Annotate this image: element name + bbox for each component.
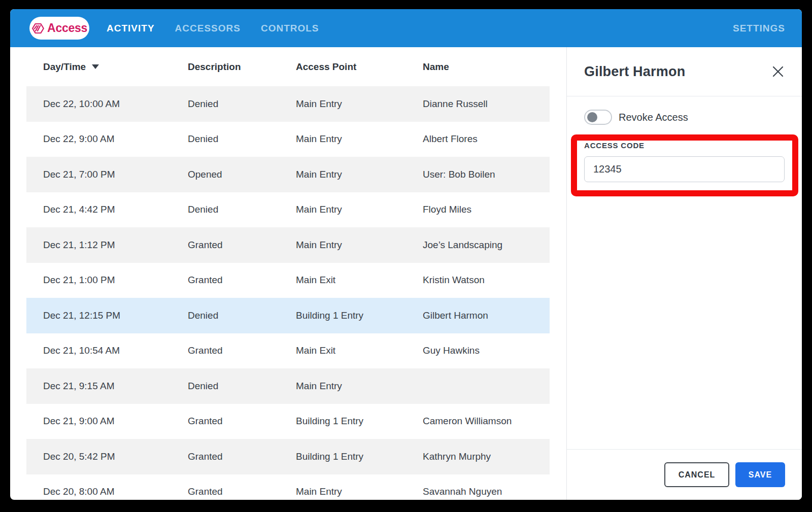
table-row[interactable]: Dec 20, 5:42 PMGrantedBuilding 1 EntryKa… — [26, 439, 550, 474]
cell-name: Albert Flores — [423, 133, 550, 145]
cell-access-point: Main Entry — [296, 133, 423, 145]
cell-name: User: Bob Boilen — [423, 169, 550, 180]
cell-access-point: Main Exit — [296, 345, 423, 356]
table-row[interactable]: Dec 21, 4:42 PMDeniedMain EntryFloyd Mil… — [26, 192, 550, 228]
tab-controls[interactable]: CONTROLS — [261, 23, 319, 34]
column-header-description[interactable]: Description — [188, 61, 296, 73]
cancel-button[interactable]: CANCEL — [664, 462, 729, 487]
table-row[interactable]: Dec 21, 9:15 AMDeniedMain Entry — [26, 368, 550, 404]
detail-panel: Gilbert Harmon Revoke Access ACCESS CODE — [566, 47, 802, 500]
table-row[interactable]: Dec 21, 7:00 PMOpenedMain EntryUser: Bob… — [26, 157, 550, 192]
cell-time: Dec 21, 9:00 AM — [43, 416, 188, 427]
table-row[interactable]: Dec 21, 10:54 AMGrantedMain ExitGuy Hawk… — [26, 333, 550, 369]
toggle-knob — [587, 112, 597, 122]
cell-description: Denied — [188, 98, 296, 110]
cell-name: Gilbert Harmon — [423, 310, 550, 321]
cell-name: Savannah Nguyen — [423, 486, 550, 497]
table-row[interactable]: Dec 21, 9:00 AMGrantedBuilding 1 EntryCa… — [26, 404, 550, 439]
cell-time: Dec 21, 1:00 PM — [43, 275, 188, 286]
cell-name: Dianne Russell — [423, 98, 550, 110]
cell-description: Denied — [188, 381, 296, 392]
table-row[interactable]: Dec 22, 10:00 AMDeniedMain EntryDianne R… — [26, 86, 550, 122]
nav-settings-link[interactable]: SETTINGS — [733, 23, 785, 34]
cell-time: Dec 20, 5:42 PM — [43, 451, 188, 462]
detail-panel-footer: CANCEL SAVE — [567, 449, 802, 500]
cell-description: Granted — [188, 240, 296, 251]
cell-access-point: Main Entry — [296, 486, 423, 497]
cell-access-point: Main Entry — [296, 204, 423, 215]
nav-tabs: ACTIVITY ACCESSORS CONTROLS — [107, 23, 319, 34]
cell-time: Dec 21, 1:12 PM — [43, 240, 188, 251]
main-content: Day/Time Description Access Point Name D… — [10, 47, 802, 500]
brand-logo[interactable]: Access — [29, 17, 89, 40]
app-window: Access ACTIVITY ACCESSORS CONTROLS SETTI… — [10, 9, 802, 500]
save-button[interactable]: SAVE — [735, 462, 785, 487]
cell-description: Denied — [188, 204, 296, 215]
activity-table: Day/Time Description Access Point Name D… — [26, 47, 550, 500]
cell-name: Floyd Miles — [423, 204, 550, 215]
cell-description: Granted — [188, 416, 296, 427]
cell-access-point: Main Entry — [296, 381, 423, 392]
table-row[interactable]: Dec 22, 9:00 AMDeniedMain EntryAlbert Fl… — [26, 122, 550, 157]
cell-description: Granted — [188, 486, 296, 497]
cell-access-point: Main Exit — [296, 275, 423, 286]
activity-table-area: Day/Time Description Access Point Name D… — [10, 47, 566, 500]
close-panel-button[interactable] — [771, 65, 785, 78]
revoke-access-toggle[interactable] — [584, 110, 612, 125]
tab-accessors[interactable]: ACCESSORS — [175, 23, 241, 34]
table-header-row: Day/Time Description Access Point Name — [26, 47, 550, 86]
cell-name: Cameron Williamson — [423, 416, 550, 427]
cell-time: Dec 21, 4:42 PM — [43, 204, 188, 215]
cell-time: Dec 22, 10:00 AM — [43, 98, 188, 110]
cell-access-point: Main Entry — [296, 98, 423, 110]
cell-access-point: Main Entry — [296, 169, 423, 180]
column-header-name[interactable]: Name — [423, 61, 550, 73]
detail-panel-header: Gilbert Harmon — [567, 47, 802, 96]
cell-description: Denied — [188, 310, 296, 321]
panel-title: Gilbert Harmon — [584, 64, 685, 80]
table-row[interactable]: Dec 21, 1:12 PMGrantedMain EntryJoe’s La… — [26, 227, 550, 263]
column-header-access-point[interactable]: Access Point — [296, 61, 423, 73]
cell-time: Dec 21, 12:15 PM — [43, 310, 188, 321]
detail-panel-body: Revoke Access ACCESS CODE — [567, 110, 802, 182]
cell-time: Dec 21, 10:54 AM — [43, 345, 188, 356]
revoke-access-label: Revoke Access — [619, 112, 688, 123]
cell-description: Granted — [188, 345, 296, 356]
cell-description: Opened — [188, 169, 296, 180]
cell-access-point: Building 1 Entry — [296, 416, 423, 427]
top-navbar: Access ACTIVITY ACCESSORS CONTROLS SETTI… — [10, 9, 802, 47]
table-row[interactable]: Dec 20, 8:00 AMGrantedMain EntrySavannah… — [26, 474, 550, 500]
table-row[interactable]: Dec 21, 12:15 PMDeniedBuilding 1 EntryGi… — [26, 298, 550, 333]
cell-name: Kristin Watson — [423, 275, 550, 286]
cell-name: Kathryn Murphy — [423, 451, 550, 462]
access-code-input[interactable] — [584, 156, 785, 182]
tab-activity[interactable]: ACTIVITY — [107, 23, 155, 34]
hexagon-logo-icon — [31, 22, 45, 35]
cell-description: Granted — [188, 451, 296, 462]
sort-desc-icon — [92, 64, 99, 69]
close-icon — [772, 65, 784, 78]
cell-access-point: Main Entry — [296, 240, 423, 251]
cell-name: Joe’s Landscaping — [423, 240, 550, 251]
table-body: Dec 22, 10:00 AMDeniedMain EntryDianne R… — [26, 86, 550, 500]
access-code-label: ACCESS CODE — [584, 141, 785, 150]
cell-description: Denied — [188, 133, 296, 145]
column-header-daytime[interactable]: Day/Time — [43, 61, 188, 73]
cell-time: Dec 21, 7:00 PM — [43, 169, 188, 180]
brand-name: Access — [47, 21, 87, 35]
cell-time: Dec 20, 8:00 AM — [43, 486, 188, 497]
cell-access-point: Building 1 Entry — [296, 310, 423, 321]
cell-description: Granted — [188, 275, 296, 286]
cell-name: Guy Hawkins — [423, 345, 550, 356]
cell-access-point: Building 1 Entry — [296, 451, 423, 462]
table-row[interactable]: Dec 21, 1:00 PMGrantedMain ExitKristin W… — [26, 263, 550, 298]
revoke-access-row: Revoke Access — [584, 110, 785, 125]
cell-time: Dec 21, 9:15 AM — [43, 381, 188, 392]
cell-time: Dec 22, 9:00 AM — [43, 133, 188, 145]
